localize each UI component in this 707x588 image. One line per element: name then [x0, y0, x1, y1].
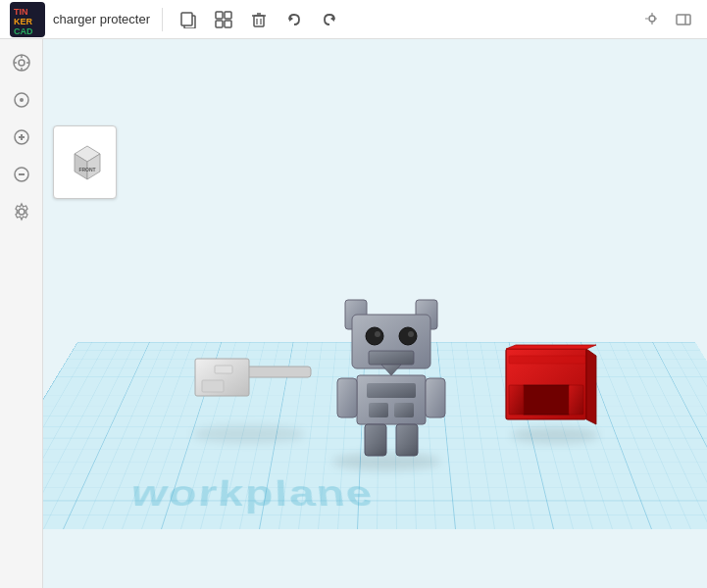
- svg-rect-6: [216, 12, 223, 19]
- robot-shadow: [332, 453, 440, 470]
- svg-marker-16: [330, 16, 334, 22]
- view-cube: FRONT: [67, 142, 104, 179]
- delete-button[interactable]: [245, 6, 273, 33]
- svg-point-48: [366, 327, 383, 345]
- red-charger-object[interactable]: [501, 344, 599, 436]
- svg-point-21: [19, 60, 25, 66]
- svg-rect-5: [181, 13, 192, 25]
- svg-rect-57: [394, 403, 414, 417]
- group-icon: [215, 11, 232, 28]
- svg-rect-68: [509, 356, 585, 364]
- usb-cable-object[interactable]: [190, 339, 318, 416]
- zoom-in-button[interactable]: [6, 122, 37, 153]
- undo-icon: [285, 11, 303, 28]
- home-view-button[interactable]: [6, 47, 37, 78]
- svg-rect-67: [569, 385, 583, 415]
- svg-rect-43: [202, 380, 224, 392]
- zoom-out-button[interactable]: [6, 159, 37, 190]
- fit-icon: [12, 90, 31, 110]
- fit-view-button[interactable]: [6, 84, 37, 116]
- robot-character-object[interactable]: [328, 295, 455, 470]
- svg-text:TIN: TIN: [14, 7, 28, 17]
- left-sidebar: [0, 39, 43, 588]
- topbar-right: [638, 6, 697, 33]
- svg-rect-18: [677, 15, 690, 24]
- red-obj-svg: [501, 344, 599, 432]
- svg-marker-15: [289, 16, 293, 22]
- location-icon: [644, 12, 660, 27]
- 3d-viewport[interactable]: FRONT workpla: [43, 39, 707, 588]
- svg-point-49: [399, 327, 417, 345]
- copy-icon: [179, 11, 197, 28]
- home-icon: [12, 53, 31, 73]
- svg-text:FRONT: FRONT: [78, 167, 95, 172]
- svg-rect-59: [426, 378, 445, 417]
- svg-text:KER: KER: [14, 17, 33, 26]
- svg-rect-54: [357, 375, 426, 424]
- panel-toggle-button[interactable]: [670, 6, 697, 33]
- group-button[interactable]: [210, 6, 237, 33]
- copy-button[interactable]: [175, 6, 202, 33]
- svg-rect-55: [367, 383, 416, 398]
- svg-point-27: [20, 98, 24, 102]
- red-obj-shadow: [511, 427, 599, 443]
- settings-button[interactable]: [6, 196, 37, 227]
- topbar: TIN KER CAD charger protecter: [0, 0, 707, 39]
- svg-rect-7: [225, 12, 231, 19]
- svg-rect-41: [244, 367, 311, 377]
- svg-rect-44: [215, 366, 232, 373]
- robot-svg: [328, 295, 455, 466]
- svg-rect-9: [225, 21, 231, 27]
- front-view-card[interactable]: FRONT: [53, 125, 117, 199]
- tinkercad-logo: TIN KER CAD: [10, 2, 45, 37]
- svg-point-33: [19, 209, 25, 215]
- undo-button[interactable]: [280, 6, 308, 33]
- svg-text:CAD: CAD: [14, 26, 33, 36]
- svg-rect-8: [216, 21, 223, 27]
- svg-marker-53: [381, 365, 401, 375]
- svg-rect-61: [396, 424, 418, 456]
- usb-svg: [190, 339, 318, 413]
- main-area: FRONT workpla: [0, 39, 707, 588]
- svg-rect-66: [509, 385, 524, 415]
- svg-rect-10: [254, 16, 264, 26]
- usb-shadow: [192, 425, 305, 443]
- svg-marker-64: [506, 345, 596, 349]
- toolbar-separator-1: [162, 8, 163, 31]
- settings-icon: [12, 202, 31, 221]
- svg-rect-60: [365, 424, 386, 456]
- svg-point-50: [375, 331, 380, 337]
- svg-rect-65: [523, 385, 570, 415]
- panel-icon: [676, 12, 691, 27]
- trash-icon: [250, 11, 268, 28]
- svg-point-51: [408, 331, 414, 337]
- zoom-out-icon: [12, 165, 31, 184]
- redo-icon: [321, 11, 338, 28]
- app-title: charger protecter: [53, 12, 150, 26]
- svg-rect-56: [369, 403, 388, 417]
- svg-rect-58: [337, 378, 357, 417]
- zoom-in-icon: [12, 127, 31, 147]
- location-button[interactable]: [638, 6, 666, 33]
- redo-button[interactable]: [316, 6, 343, 33]
- svg-rect-52: [369, 351, 414, 365]
- svg-marker-63: [586, 349, 596, 424]
